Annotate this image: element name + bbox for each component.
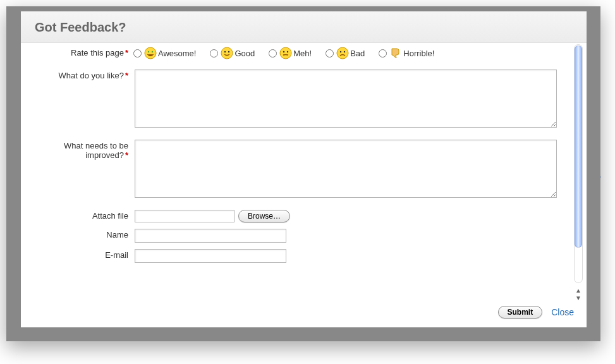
- svg-point-3: [221, 47, 233, 59]
- email-label: E-mail: [35, 249, 130, 260]
- svg-point-10: [340, 51, 341, 52]
- rating-option-bad[interactable]: Bad: [326, 47, 365, 59]
- feedback-modal: Got Feedback? Rate this page* Awesome!: [21, 11, 587, 327]
- modal-footer: Submit Close: [21, 301, 587, 327]
- neutral-face-icon: [279, 47, 292, 59]
- close-link[interactable]: Close: [551, 307, 574, 317]
- required-mark: *: [125, 150, 128, 160]
- rating-radio-horrible[interactable]: [379, 49, 387, 58]
- svg-point-4: [224, 51, 226, 52]
- rating-label: Bad: [350, 49, 365, 58]
- name-input[interactable]: [135, 229, 286, 243]
- rating-radio-good[interactable]: [210, 49, 218, 58]
- vertical-scrollbar[interactable]: ▲▼: [573, 44, 584, 283]
- svg-point-5: [228, 51, 229, 52]
- rate-row: Rate this page* Awesome!: [35, 47, 563, 59]
- attach-label: Attach file: [35, 210, 130, 221]
- required-mark: *: [125, 71, 128, 80]
- modal-body: Rate this page* Awesome!: [21, 43, 587, 301]
- svg-point-1: [148, 51, 149, 52]
- browse-button[interactable]: Browse…: [238, 210, 290, 222]
- svg-point-11: [344, 51, 345, 52]
- thumbs-down-icon: [389, 47, 402, 59]
- svg-point-7: [283, 51, 284, 52]
- svg-point-8: [287, 51, 288, 52]
- rating-option-horrible[interactable]: Horrible!: [379, 47, 434, 59]
- rating-radio-meh[interactable]: [269, 49, 277, 58]
- email-input[interactable]: [135, 249, 286, 263]
- scrollbar-arrows[interactable]: ▲▼: [573, 287, 584, 301]
- rating-label: Good: [234, 49, 255, 58]
- svg-point-2: [152, 51, 153, 52]
- grin-face-icon: [144, 47, 157, 59]
- improve-label-text: What needs to be improved?: [64, 141, 128, 160]
- rating-label: Meh!: [293, 49, 312, 58]
- like-textarea[interactable]: [135, 70, 557, 128]
- frown-face-icon: [336, 47, 349, 59]
- rating-label: Horrible!: [403, 49, 434, 58]
- rate-label-text: Rate this page: [71, 48, 124, 58]
- submit-button[interactable]: Submit: [498, 306, 543, 318]
- svg-point-0: [145, 47, 156, 59]
- scrollbar-thumb[interactable]: [575, 46, 582, 248]
- improve-row: What needs to be improved?*: [35, 140, 563, 200]
- like-row: What do you like?*: [35, 70, 563, 130]
- improve-textarea[interactable]: [135, 140, 557, 198]
- ratings-group: Awesome! Good: [130, 47, 563, 59]
- rating-radio-bad[interactable]: [326, 49, 334, 58]
- name-row: Name: [35, 229, 563, 243]
- smile-face-icon: [221, 47, 233, 59]
- name-label: Name: [35, 229, 130, 240]
- rating-option-meh[interactable]: Meh!: [269, 47, 312, 59]
- like-label-text: What do you like?: [59, 71, 124, 80]
- improve-label: What needs to be improved?*: [35, 140, 130, 160]
- required-mark: *: [125, 48, 128, 58]
- rating-option-good[interactable]: Good: [210, 47, 255, 59]
- svg-point-9: [337, 47, 348, 59]
- attach-row: Attach file Browse…: [35, 210, 563, 222]
- email-row: E-mail: [35, 249, 563, 263]
- rate-label: Rate this page*: [35, 47, 130, 58]
- modal-header: Got Feedback?: [21, 11, 587, 43]
- rating-radio-awesome[interactable]: [133, 49, 142, 58]
- form-scroll-area: Rate this page* Awesome!: [21, 43, 569, 301]
- modal-title: Got Feedback?: [35, 20, 573, 35]
- like-label: What do you like?*: [35, 70, 130, 80]
- rating-label: Awesome!: [158, 49, 196, 58]
- rating-option-awesome[interactable]: Awesome!: [133, 47, 196, 59]
- file-name-display: [135, 210, 234, 222]
- svg-point-6: [280, 47, 291, 59]
